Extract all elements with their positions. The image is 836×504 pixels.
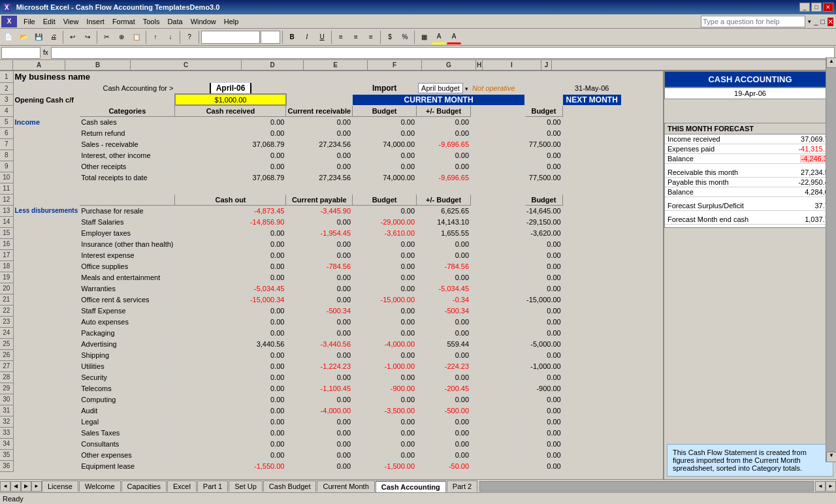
app-min[interactable]: _ <box>814 18 818 25</box>
business-name[interactable]: My business name <box>13 71 175 83</box>
col-e[interactable]: E <box>304 60 368 70</box>
opening-cash-value[interactable]: $1,000.00 <box>175 94 286 105</box>
col-f[interactable]: F <box>368 60 422 70</box>
menu-data[interactable]: Data <box>163 16 186 27</box>
forecast-row-7: Forecast Surplus/Deficit 37.72 <box>665 201 835 211</box>
forecast-label-balance2: Balance <box>667 188 694 196</box>
tab-scroll-left2[interactable]: ◀ <box>10 481 21 492</box>
app-close[interactable]: ✕ <box>828 18 833 26</box>
menu-view[interactable]: View <box>59 16 83 27</box>
tab-capacities[interactable]: Capacities <box>121 480 167 492</box>
row-1: 1 <box>0 71 13 83</box>
save-btn[interactable]: 💾 <box>31 30 46 44</box>
close-button[interactable]: ✕ <box>823 3 833 12</box>
tab-cashbudget[interactable]: Cash Budget <box>263 480 317 492</box>
col-j[interactable]: J <box>541 60 552 70</box>
minimize-button[interactable]: _ <box>799 3 810 12</box>
menu-tools[interactable]: Tools <box>139 16 164 27</box>
help-btn[interactable]: ? <box>182 30 197 44</box>
excel-logo: X <box>3 3 11 12</box>
income-label: Income <box>13 116 80 127</box>
forecast-label-surplus: Forecast Surplus/Deficit <box>667 202 744 210</box>
underline-btn[interactable]: U <box>315 30 329 44</box>
menu-insert[interactable]: Insert <box>82 16 108 27</box>
cut-btn[interactable]: ✂ <box>99 30 114 44</box>
menu-help[interactable]: Help <box>220 16 243 27</box>
current-month-title: CURRENT MONTH <box>353 94 525 105</box>
disb-label: Less disbursements <box>13 205 80 216</box>
tab-setup[interactable]: Set Up <box>229 480 263 492</box>
currency-btn[interactable]: $ <box>383 30 397 44</box>
col-categories: Categories <box>80 105 175 116</box>
align-left[interactable]: ≡ <box>334 30 348 44</box>
info-box: This Cash Flow Statement is created from… <box>667 444 833 477</box>
col-b[interactable]: B <box>65 60 131 70</box>
status-text: Ready <box>3 495 24 503</box>
import-dropdown[interactable]: April budget <box>418 83 463 93</box>
percent-btn[interactable]: % <box>398 30 412 44</box>
menu-window[interactable]: Window <box>187 16 220 27</box>
h-scroll-right[interactable]: ► <box>826 481 836 492</box>
open-btn[interactable]: 📂 <box>16 30 31 44</box>
forecast-row-8: Forecast Month end cash 1,037.72 <box>665 215 835 225</box>
tab-license[interactable]: License <box>42 480 78 492</box>
tab-excel[interactable]: Excel <box>167 480 197 492</box>
h-scroll-track[interactable] <box>479 481 814 492</box>
font-color-btn[interactable]: A <box>447 30 461 44</box>
formula-input[interactable] <box>51 47 835 59</box>
menu-file[interactable]: File <box>20 16 39 27</box>
h-scroll-left[interactable]: ◄ <box>815 481 826 492</box>
tab-scroll-right[interactable]: ► <box>31 481 42 492</box>
tab-currentmonth[interactable]: Current Month <box>317 480 374 492</box>
align-right[interactable]: ≡ <box>364 30 378 44</box>
menu-edit[interactable]: Edit <box>39 16 59 27</box>
row-2: 2 <box>0 83 13 95</box>
col-pm-budget: +/- Budget <box>417 105 471 116</box>
function-btn[interactable]: fx <box>42 49 50 56</box>
help-arrow[interactable]: ▾ <box>808 18 811 25</box>
forecast-label-income: Income received <box>667 135 720 143</box>
maximize-button[interactable]: □ <box>811 3 822 12</box>
forecast-row-5: Payable this month -22,950.49 <box>665 178 835 187</box>
scroll-down-btn[interactable]: ▼ <box>826 452 836 462</box>
tab-welcome[interactable]: Welcome <box>79 480 121 492</box>
italic-btn[interactable]: I <box>300 30 314 44</box>
standard-toolbar: 📄 📂 💾 🖨 ↩ ↪ ✂ ⊕ 📋 ↑ ↓ ? Arial 10 B I U ≡… <box>0 29 836 46</box>
paste-btn[interactable]: 📋 <box>129 30 144 44</box>
v-scrollbar: ▲ ▼ <box>826 71 836 462</box>
app-max[interactable]: □ <box>820 18 825 25</box>
font-size-selector[interactable]: 10 <box>261 31 280 44</box>
bold-btn[interactable]: B <box>285 30 299 44</box>
new-btn[interactable]: 📄 <box>1 30 16 44</box>
col-next-budget: Budget <box>525 105 563 116</box>
sort-desc[interactable]: ↓ <box>163 30 178 44</box>
undo-btn[interactable]: ↩ <box>65 30 80 44</box>
col-d[interactable]: D <box>242 60 304 70</box>
menu-format[interactable]: Format <box>108 16 139 27</box>
redo-btn[interactable]: ↪ <box>80 30 95 44</box>
align-center[interactable]: ≡ <box>349 30 363 44</box>
copy-btn[interactable]: ⊕ <box>114 30 129 44</box>
col-a[interactable]: A <box>13 60 65 70</box>
borders-btn[interactable]: ▦ <box>417 30 431 44</box>
tab-part1[interactable]: Part 1 <box>197 480 228 492</box>
help-input[interactable] <box>701 16 805 27</box>
tab-scroll-left[interactable]: ◄ <box>0 481 10 492</box>
col-c[interactable]: C <box>131 60 242 70</box>
print-btn[interactable]: 🖨 <box>46 30 61 44</box>
col-h[interactable]: H <box>476 60 483 70</box>
fill-color-btn[interactable]: A <box>432 30 446 44</box>
sort-asc[interactable]: ↑ <box>148 30 163 44</box>
month-value[interactable]: April-06 <box>210 83 252 95</box>
import-arrow[interactable]: ▾ <box>465 86 468 92</box>
cash-accounting-label: Cash Accounting for > <box>80 83 175 95</box>
col-i[interactable]: I <box>483 60 541 70</box>
cell-reference[interactable]: Q10 <box>1 47 40 59</box>
tab-part2[interactable]: Part 2 <box>447 480 477 492</box>
scroll-track-v[interactable] <box>826 71 836 452</box>
col-g[interactable]: G <box>422 60 476 70</box>
tab-cashaccounting[interactable]: Cash Accounting <box>376 480 446 492</box>
font-selector[interactable]: Arial <box>201 31 260 44</box>
tab-scroll-right2[interactable]: ▶ <box>21 481 31 492</box>
import-label: Import <box>353 83 417 95</box>
